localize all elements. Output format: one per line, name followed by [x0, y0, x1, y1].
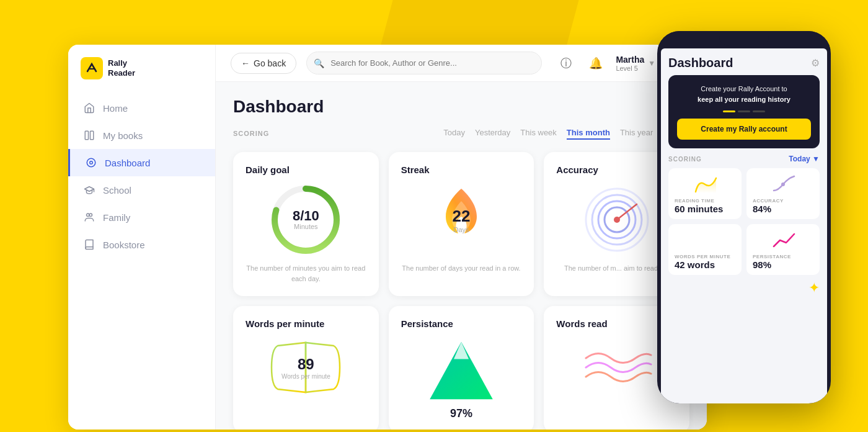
- filter-this-week[interactable]: This week: [520, 127, 557, 140]
- phone-today-filter[interactable]: Today ▼: [789, 155, 820, 163]
- logo-text-line2: Reader: [108, 68, 135, 78]
- reading-time-value: 60 minutes: [675, 204, 735, 214]
- notification-icon[interactable]: 🔔: [586, 53, 606, 73]
- svg-point-5: [89, 214, 92, 217]
- search-icon: 🔍: [314, 58, 324, 68]
- user-name: Martha: [616, 55, 644, 65]
- persistance-chart: [424, 336, 498, 405]
- phone-notch: [719, 32, 769, 46]
- persistance-label: PERSISTANCE: [753, 254, 813, 259]
- sidebar-item-family[interactable]: Family: [68, 204, 215, 231]
- card-persistance: Persistance: [389, 306, 534, 430]
- sidebar-my-books-label: My books: [103, 130, 143, 141]
- filter-yesterday[interactable]: Yesterday: [475, 127, 510, 140]
- streak-value: 22: [453, 207, 471, 226]
- sidebar-home-label: Home: [103, 103, 128, 114]
- sidebar-item-my-books[interactable]: My books: [68, 122, 215, 149]
- sidebar-item-home[interactable]: Home: [68, 94, 215, 122]
- phone-cta-button[interactable]: Create my Rally account: [677, 119, 811, 140]
- wpm-bars-icon: [675, 229, 735, 251]
- sidebar-bookstore-label: Bookstore: [103, 240, 145, 250]
- progress-dot-3: [753, 110, 765, 112]
- logo-icon: [81, 57, 103, 79]
- scoring-bar: SCORING Today Yesterday This week This m…: [233, 127, 689, 140]
- streak-description: The number of days your read in a row.: [402, 263, 520, 274]
- back-button[interactable]: ← Go back: [231, 53, 296, 74]
- phone-create-text: Create your Rally Account to keep all yo…: [677, 84, 811, 104]
- daily-goal-unit: Minutes: [293, 223, 319, 230]
- page-title: Dashboard: [233, 97, 689, 117]
- accuracy-description: The number of m... aim to read e...: [564, 263, 669, 274]
- wpm-value-mobile: 42 words: [675, 259, 735, 270]
- card-streak: Streak: [389, 152, 534, 296]
- accuracy-label: ACCURACY: [753, 198, 813, 204]
- user-info[interactable]: Martha Level 5 ▼: [616, 55, 655, 72]
- accuracy-chart-icon: [753, 173, 813, 196]
- phone-header: Dashboard ⚙: [668, 56, 820, 70]
- time-filters: Today Yesterday This week This month Thi…: [443, 127, 689, 140]
- progress-dot-1: [723, 110, 735, 112]
- phone-screen: Dashboard ⚙ Create your Rally Account to…: [661, 48, 827, 403]
- phone-progress-dots: [677, 110, 811, 112]
- sidebar-dashboard-label: Dashboard: [105, 158, 150, 168]
- wpm-label: WORDS PER MINUTE: [675, 254, 735, 259]
- svg-point-2: [87, 158, 95, 167]
- bookstore-icon: [83, 238, 95, 251]
- filter-today[interactable]: Today: [443, 127, 465, 140]
- back-label: Go back: [254, 58, 286, 68]
- main-content: ← Go back 🔍 ⓘ 🔔 Martha Level 5 ▼ $10.84: [216, 45, 707, 430]
- help-icon[interactable]: ⓘ: [556, 53, 576, 73]
- wpm-unit: Words per minute: [281, 373, 330, 380]
- chevron-down-icon: ▼: [648, 59, 655, 68]
- books-icon: [83, 129, 95, 142]
- phone-stat-accuracy: ACCURACY 84%: [746, 168, 820, 219]
- filter-this-month[interactable]: This month: [567, 127, 610, 140]
- card-persistance-title: Persistance: [401, 318, 453, 329]
- card-streak-title: Streak: [401, 164, 430, 175]
- card-wpm: Words per minute: [233, 306, 379, 430]
- phone-title: Dashboard: [668, 56, 733, 70]
- phone-scoring-label: SCORING: [668, 156, 702, 163]
- phone-gear-icon[interactable]: ⚙: [811, 57, 820, 69]
- family-icon: [83, 211, 95, 223]
- wpm-chart: 89 Words per minute: [265, 336, 346, 398]
- sidebar-item-school[interactable]: School: [68, 176, 215, 204]
- search-bar: 🔍: [306, 52, 542, 74]
- user-level: Level 5: [616, 65, 644, 72]
- streak-unit: Days: [453, 226, 471, 233]
- svg-rect-1: [91, 131, 94, 140]
- card-words-read-title: Words read: [556, 318, 607, 329]
- daily-goal-chart: 8/10 Minutes: [268, 182, 343, 257]
- wpm-value: 89: [281, 356, 330, 373]
- logo-text-line1: Rally: [108, 58, 135, 68]
- phone-stat-reading-time: READING TIME 60 minutes: [668, 168, 742, 219]
- svg-marker-16: [454, 342, 469, 359]
- svg-point-17: [781, 182, 785, 186]
- sidebar-item-bookstore[interactable]: Bookstore: [68, 231, 215, 258]
- reading-time-chart-icon: [675, 173, 735, 196]
- svg-point-13: [614, 217, 620, 223]
- app-window: Rally Reader Home My books: [68, 45, 707, 430]
- progress-dot-2: [738, 110, 750, 112]
- filter-this-year[interactable]: This year: [620, 127, 653, 140]
- persistance-value: 97%: [450, 407, 472, 420]
- logo: Rally Reader: [68, 57, 215, 94]
- search-input[interactable]: [306, 52, 542, 74]
- dashboard-icon: [85, 156, 97, 169]
- cards-grid: Daily goal: [233, 152, 689, 430]
- phone-create-card: Create your Rally Account to keep all yo…: [668, 75, 820, 148]
- svg-rect-0: [85, 131, 88, 140]
- phone-scoring-header: SCORING Today ▼: [668, 155, 820, 163]
- sidebar: Rally Reader Home My books: [68, 45, 216, 430]
- school-icon: [83, 184, 95, 196]
- home-icon: [83, 102, 95, 114]
- reading-time-label: READING TIME: [675, 198, 735, 204]
- header: ← Go back 🔍 ⓘ 🔔 Martha Level 5 ▼ $10.84: [216, 45, 707, 82]
- card-daily-goal: Daily goal: [233, 152, 379, 296]
- daily-goal-description: The number of minutes you aim to read ea…: [246, 263, 366, 284]
- sidebar-item-dashboard[interactable]: Dashboard: [68, 149, 215, 176]
- accuracy-chart: [580, 182, 654, 257]
- card-daily-goal-title: Daily goal: [246, 164, 290, 175]
- card-wpm-title: Words per minute: [246, 318, 324, 329]
- daily-goal-value: 8/10: [293, 209, 319, 223]
